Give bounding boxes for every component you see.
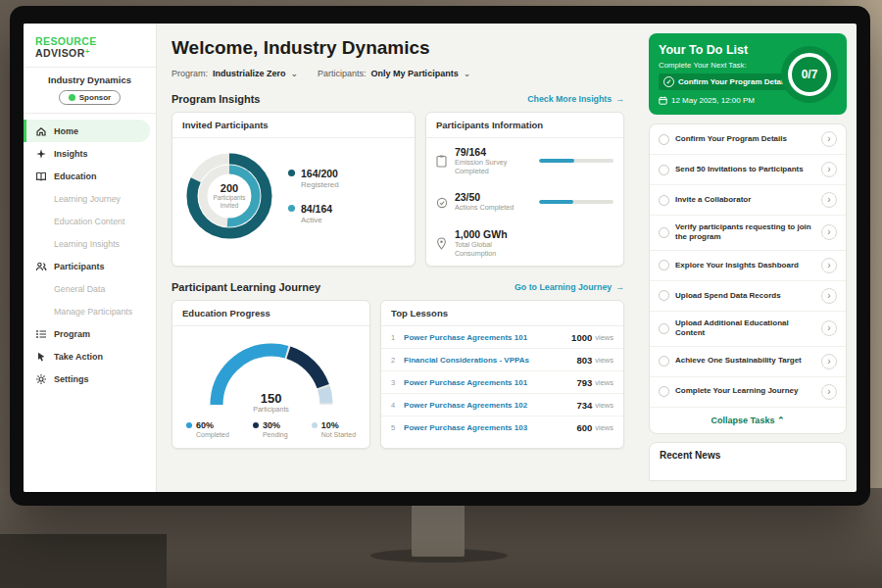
chevron-right-icon[interactable]: › (821, 320, 837, 336)
sidebar-item-learning-insights[interactable]: Learning Insights (24, 232, 156, 255)
task-checkbox[interactable] (659, 290, 669, 301)
section-title: Participant Learning Journey (172, 281, 320, 293)
chevron-right-icon[interactable]: › (821, 288, 837, 304)
task-row[interactable]: Confirm Your Program Details › (650, 124, 846, 155)
lesson-link[interactable]: Power Purchase Agreements 102 (404, 401, 576, 410)
task-checkbox[interactable] (659, 165, 669, 175)
sidebar-item-program[interactable]: Program (24, 322, 156, 345)
chevron-right-icon[interactable]: › (821, 192, 837, 208)
chevron-right-icon[interactable]: › (821, 224, 837, 240)
insights-icon (35, 148, 47, 160)
program-filter[interactable]: Program: Industrialize Zero ⌄ (172, 69, 298, 78)
participants-filter-value: Only My Participants (371, 69, 459, 78)
main-content: Welcome, Industry Dynamics Program: Indu… (157, 24, 639, 492)
lesson-row: 2 Financial Considerations - VPPAs 803 v… (381, 349, 623, 371)
task-checkbox[interactable] (659, 227, 669, 238)
check-icon: ✓ (663, 76, 674, 87)
task-row[interactable]: Achieve One Sustainability Target › (650, 347, 846, 377)
task-checkbox[interactable] (659, 386, 669, 397)
lesson-link[interactable]: Power Purchase Agreements 101 (404, 378, 576, 387)
sidebar-item-participants[interactable]: Participants (24, 255, 156, 277)
sidebar-item-settings[interactable]: Settings (24, 368, 156, 390)
home-icon (35, 125, 47, 137)
legend-item: 10% Not Started (312, 420, 356, 438)
sidebar-item-manage-participants[interactable]: Manage Participants (24, 300, 156, 322)
task-checkbox[interactable] (659, 260, 669, 270)
task-row[interactable]: Verify participants requesting to join t… (650, 216, 846, 251)
recent-news-title: Recent News (660, 450, 836, 461)
progress-bar (539, 200, 613, 204)
task-row[interactable]: Upload Additional Educational Content › (650, 312, 846, 347)
go-to-learning-journey-link[interactable]: Go to Learning Journey → (514, 282, 624, 292)
survey-icon (436, 154, 448, 168)
brand-plus: + (85, 47, 90, 56)
todo-progress-ring: 0/7 (781, 46, 838, 103)
lesson-link[interactable]: Power Purchase Agreements 103 (404, 423, 576, 432)
card-title: Top Lessons (381, 301, 623, 326)
lesson-row: 1 Power Purchase Agreements 101 1000 vie… (381, 326, 623, 349)
sponsor-badge[interactable]: Sponsor (59, 90, 121, 105)
brand-logo: RESOURCE ADVISOR+ (24, 33, 156, 67)
filter-bar: Program: Industrialize Zero ⌄ Participan… (172, 69, 624, 78)
task-checkbox[interactable] (659, 134, 669, 145)
education-progress-card: Education Progress 150 (172, 300, 370, 449)
lesson-link[interactable]: Power Purchase Agreements 101 (404, 333, 571, 342)
task-row[interactable]: Invite a Collaborator › (650, 185, 846, 216)
invited-participants-card: Invited Participants (172, 112, 416, 267)
divider (24, 113, 156, 114)
task-checkbox[interactable] (659, 323, 669, 334)
chevron-right-icon[interactable]: › (821, 354, 837, 369)
chevron-right-icon[interactable]: › (821, 384, 837, 400)
account-name: Industry Dynamics (31, 74, 148, 85)
chevron-down-icon: ⌄ (291, 70, 299, 78)
recent-news-card: Recent News (649, 442, 847, 481)
learning-journey-header: Participant Learning Journey Go to Learn… (172, 281, 624, 293)
task-checkbox[interactable] (659, 195, 669, 206)
sidebar-item-insights[interactable]: Insights (24, 142, 156, 165)
sponsor-label: Sponsor (79, 93, 111, 102)
participants-filter[interactable]: Participants: Only My Participants ⌄ (318, 69, 470, 78)
chevron-right-icon[interactable]: › (821, 162, 837, 177)
chevron-right-icon[interactable]: › (821, 131, 837, 147)
task-row[interactable]: Complete Your Learning Journey › (650, 377, 846, 408)
sidebar-item-take-action[interactable]: Take Action (24, 345, 156, 368)
sidebar-item-home[interactable]: Home (24, 120, 150, 142)
task-row[interactable]: Send 50 Invitations to Participants › (650, 155, 846, 185)
lesson-row: 5 Power Purchase Agreements 103 600 view… (381, 416, 623, 438)
page-title: Welcome, Industry Dynamics (172, 37, 624, 59)
legend-item: 30% Pending (253, 420, 288, 438)
learning-cards-row: Education Progress 150 (172, 300, 624, 449)
sidebar-item-general-data[interactable]: General Data (24, 277, 156, 300)
lesson-link[interactable]: Financial Considerations - VPPAs (404, 356, 576, 365)
program-filter-label: Program: (172, 69, 208, 78)
progress-bar (539, 159, 613, 163)
background-shadow (0, 534, 167, 588)
legend-item: 164/200 Registered (288, 168, 339, 189)
sidebar-item-education-content[interactable]: Education Content (24, 210, 156, 232)
collapse-tasks-button[interactable]: Collapse Tasks ⌃ (650, 408, 846, 433)
stat-row: 23/50 Actions Completed (426, 183, 623, 220)
book-icon (35, 171, 47, 182)
invited-donut-chart: 200 Participants Invited (182, 149, 276, 243)
task-row[interactable]: Upload Spend Data Records › (650, 281, 846, 312)
task-checkbox[interactable] (659, 356, 669, 367)
next-task-chip[interactable]: ✓ Confirm Your Program Details (659, 74, 795, 90)
lesson-row: 3 Power Purchase Agreements 101 793 view… (381, 371, 623, 394)
sidebar-item-learning-journey[interactable]: Learning Journey (24, 187, 156, 210)
gear-icon (35, 373, 47, 385)
todo-summary-card: Your To Do List Complete Your Next Task:… (649, 33, 847, 115)
photo-background: RESOURCE ADVISOR+ Industry Dynamics Spon… (0, 0, 882, 588)
insights-cards-row: Invited Participants (172, 112, 624, 267)
pin-icon (436, 236, 448, 250)
chevron-right-icon[interactable]: › (821, 258, 837, 273)
legend-item: 84/164 Active (288, 203, 339, 224)
arrow-right-icon: → (615, 94, 624, 104)
sidebar-item-education[interactable]: Education (24, 165, 156, 187)
legend-dot (288, 205, 295, 212)
arrow-right-icon: → (615, 282, 624, 292)
program-insights-header: Program Insights Check More Insights → (172, 93, 624, 105)
top-lessons-card: Top Lessons 1 Power Purchase Agreements … (380, 300, 624, 449)
check-more-insights-link[interactable]: Check More Insights → (527, 94, 624, 104)
task-row[interactable]: Explore Your Insights Dashboard › (650, 251, 846, 281)
stat-row: 79/164 Emission Survey Completed (426, 138, 623, 183)
